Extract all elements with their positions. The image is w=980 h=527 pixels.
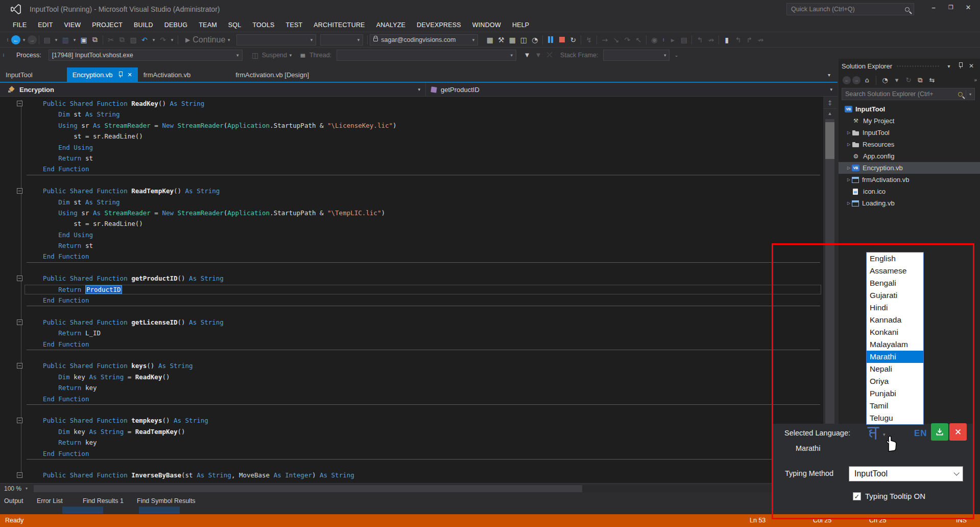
member-dropdown-caret[interactable]: ▾ bbox=[830, 87, 832, 92]
step-out-icon[interactable]: ↖ bbox=[633, 34, 644, 45]
process-combo[interactable]: [17948] InputTool.vshost.exe ▾ bbox=[49, 50, 243, 61]
menu-debug[interactable]: DEBUG bbox=[159, 19, 193, 31]
shift-right-icon[interactable]: ↱ bbox=[744, 34, 755, 45]
menu-project[interactable]: PROJECT bbox=[86, 19, 128, 31]
typing-method-combo[interactable]: InputTool bbox=[849, 466, 963, 482]
save-button[interactable]: ▣ bbox=[78, 34, 89, 45]
split-window-handle[interactable]: ‡ bbox=[823, 97, 836, 109]
code-line[interactable]: Public Shared Function keys() As String bbox=[0, 360, 823, 371]
code-line[interactable]: Using sr As StreamReader = New StreamRea… bbox=[0, 120, 823, 131]
language-option-telugu[interactable]: Telugu bbox=[867, 412, 923, 424]
filter-dropdown[interactable]: ▾ bbox=[892, 75, 902, 86]
minimize-button[interactable] bbox=[925, 0, 942, 14]
language-option-punjabi[interactable]: Punjabi bbox=[867, 387, 923, 400]
fold-collapse-box[interactable] bbox=[17, 101, 22, 106]
watch-window-icon[interactable]: ▦ bbox=[507, 34, 518, 45]
package-icon[interactable]: ◫ bbox=[518, 34, 529, 45]
disabled-step-icon[interactable]: ↛ bbox=[755, 34, 766, 45]
open-documents-dropdown[interactable]: ▾ bbox=[828, 72, 830, 78]
sync-with-active-document-icon[interactable]: ⇆ bbox=[927, 75, 937, 86]
pause-button[interactable] bbox=[545, 34, 556, 45]
properties-wrench-icon[interactable]: ⚒ bbox=[495, 34, 507, 45]
paste-button[interactable]: ▨ bbox=[128, 34, 139, 45]
apply-code-changes-icon[interactable]: ↯ bbox=[583, 34, 594, 45]
undo-close-icon[interactable]: ↰ bbox=[694, 34, 705, 45]
menu-build[interactable]: BUILD bbox=[128, 19, 159, 31]
solution-configurations-combo[interactable]: ▾ bbox=[236, 34, 316, 45]
cut-button[interactable]: ✂ bbox=[105, 34, 116, 45]
refresh-icon[interactable]: ↻ bbox=[903, 75, 914, 86]
code-line[interactable]: End Function bbox=[0, 295, 823, 306]
tree-item-app-config[interactable]: App.config bbox=[839, 150, 980, 162]
fold-collapse-box[interactable] bbox=[17, 363, 22, 369]
panel-menu-dropdown[interactable]: ▾ bbox=[943, 63, 954, 69]
code-line[interactable]: Dim st As String bbox=[0, 109, 823, 120]
fold-collapse-box[interactable] bbox=[17, 188, 22, 194]
pending-changes-filter-icon[interactable]: ◔ bbox=[880, 75, 890, 86]
restart-button[interactable]: ↻ bbox=[567, 34, 579, 45]
solution-platforms-combo[interactable]: ▾ bbox=[320, 34, 363, 45]
language-option-tamil[interactable]: Tamil bbox=[867, 400, 923, 412]
shift-left-icon[interactable]: ↰ bbox=[732, 34, 744, 45]
close-popup-button[interactable]: ✕ bbox=[949, 423, 967, 441]
open-file-button[interactable]: ▥ bbox=[60, 34, 71, 45]
fold-collapse-box[interactable] bbox=[17, 319, 22, 325]
tree-item-inputtool[interactable]: InputTool bbox=[839, 103, 980, 115]
menu-architecture[interactable]: ARCHITECTURE bbox=[308, 19, 370, 31]
language-option-marathi[interactable]: Marathi bbox=[867, 351, 923, 363]
tab-encryption-vb[interactable]: Encryption.vb✕ bbox=[67, 67, 138, 82]
menu-help[interactable]: HELP bbox=[507, 19, 535, 31]
menu-devexpress[interactable]: DEVEXPRESS bbox=[411, 19, 467, 31]
code-line[interactable]: st = sr.ReadLine() bbox=[0, 131, 823, 142]
document-outline-icon[interactable]: ▤ bbox=[678, 34, 689, 45]
code-line[interactable]: End Function bbox=[0, 394, 823, 404]
code-line[interactable] bbox=[0, 350, 823, 360]
code-line[interactable]: End Using bbox=[0, 142, 823, 153]
code-line[interactable]: End Function bbox=[0, 251, 823, 262]
code-line[interactable] bbox=[0, 262, 823, 273]
expander-icon[interactable]: ▷ bbox=[846, 177, 852, 182]
code-line[interactable] bbox=[0, 306, 823, 316]
code-line[interactable] bbox=[0, 404, 823, 415]
code-line[interactable] bbox=[0, 459, 823, 470]
show-next-statement-icon[interactable]: → bbox=[599, 34, 610, 45]
language-option-konkani[interactable]: Konkani bbox=[867, 326, 923, 338]
tree-item-encryption-vb[interactable]: ▷Encryption.vb bbox=[839, 162, 980, 174]
toggle-flagged-icon[interactable]: ⤫ bbox=[544, 50, 555, 61]
language-option-gujarati[interactable]: Gujarati bbox=[867, 289, 923, 302]
selection-icon[interactable]: ▸ bbox=[667, 34, 678, 45]
type-dropdown[interactable]: Encryption ▾ bbox=[0, 83, 425, 96]
language-option-assamese[interactable]: Assamese bbox=[867, 265, 923, 277]
tool-tab-find-results-1[interactable]: Find Results 1 bbox=[83, 497, 124, 505]
menu-view[interactable]: VIEW bbox=[58, 19, 86, 31]
se-back-button[interactable]: ← bbox=[843, 76, 851, 84]
pin-icon[interactable] bbox=[954, 62, 966, 70]
menu-window[interactable]: WINDOW bbox=[467, 19, 507, 31]
tree-item-frmactivation-vb[interactable]: ▷frmActivation.vb bbox=[839, 174, 980, 186]
open-file-dropdown[interactable]: ▾ bbox=[71, 34, 78, 45]
save-language-button[interactable] bbox=[931, 423, 948, 441]
breakpoints-icon[interactable]: ◉ bbox=[649, 34, 660, 45]
code-line[interactable] bbox=[0, 175, 823, 186]
code-line[interactable]: st = sr.ReadLine() bbox=[0, 218, 823, 229]
tree-item-resources[interactable]: ▷Resources bbox=[839, 139, 980, 150]
navigate-forward-button[interactable]: → bbox=[28, 35, 37, 44]
language-option-malayalam[interactable]: Malayalam bbox=[867, 338, 923, 351]
continue-dropdown[interactable]: ▾ bbox=[225, 34, 232, 45]
expander-icon[interactable]: ▷ bbox=[846, 130, 852, 135]
tool-tab-find-symbol-results[interactable]: Find Symbol Results bbox=[137, 497, 196, 505]
code-line[interactable]: Return key bbox=[0, 382, 823, 393]
devanagari-script-icon[interactable] bbox=[866, 425, 881, 441]
scrollbar-thumb[interactable] bbox=[825, 122, 834, 159]
code-line[interactable]: Dim key As String = ReadKey() bbox=[0, 372, 823, 382]
language-option-kannada[interactable]: Kannada bbox=[867, 314, 923, 326]
typing-tooltip-checkbox[interactable] bbox=[853, 492, 861, 500]
redo-close-icon[interactable]: ↛ bbox=[705, 34, 716, 45]
filter-threads-icon[interactable]: ▼ bbox=[521, 50, 533, 61]
tree-item-loading-vb[interactable]: ▷Loading.vb bbox=[839, 197, 980, 209]
code-line[interactable]: Return ProductID bbox=[0, 284, 823, 295]
tree-item-my-project[interactable]: My Project bbox=[839, 115, 980, 127]
save-all-button[interactable]: ⧉ bbox=[89, 34, 101, 45]
tree-item-icon-ico[interactable]: icon.ico bbox=[839, 186, 980, 197]
code-line[interactable]: End Using bbox=[0, 230, 823, 240]
